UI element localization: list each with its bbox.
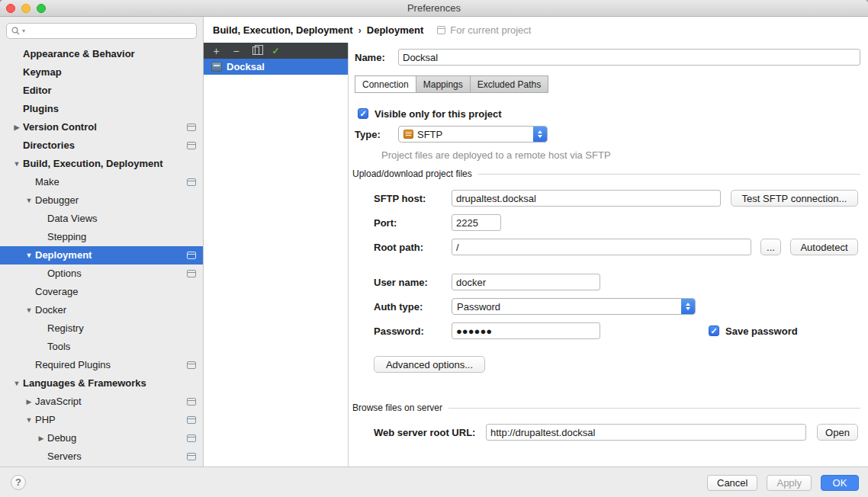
settings-sidebar: ▾ Appearance & BehaviorKeymapEditorPlugi… — [0, 17, 204, 467]
help-button[interactable]: ? — [11, 475, 26, 490]
visible-only-label: Visible only for this project — [375, 108, 502, 120]
sidebar-item-php[interactable]: ▼PHP — [0, 411, 203, 429]
sftp-host-input[interactable] — [452, 190, 721, 207]
sidebar-item-editor[interactable]: Editor — [0, 82, 203, 100]
sidebar-item-label: Deployment — [35, 249, 92, 261]
server-list-item-docksal[interactable]: Docksal — [204, 59, 348, 75]
shared-settings-icon — [187, 453, 196, 460]
sftp-icon — [403, 130, 413, 139]
open-button[interactable]: Open — [817, 424, 858, 441]
name-label: Name: — [355, 52, 398, 63]
chevron-right-icon[interactable]: ▶ — [35, 429, 47, 447]
sidebar-item-plugins[interactable]: Plugins — [0, 100, 203, 118]
user-name-input[interactable] — [452, 274, 600, 290]
chevron-down-icon[interactable]: ▼ — [11, 374, 23, 393]
advanced-options-button[interactable]: Advanced options... — [374, 356, 485, 373]
sidebar-item-build-execution-deployment[interactable]: ▼Build, Execution, Deployment — [0, 155, 203, 173]
sidebar-item-deployment[interactable]: ▼Deployment — [0, 246, 203, 265]
sidebar-item-debugger[interactable]: ▼Debugger — [0, 191, 203, 210]
sidebar-item-options[interactable]: Options — [0, 265, 203, 283]
sidebar-item-label: Debugger — [35, 194, 79, 206]
sidebar-item-directories[interactable]: Directories — [0, 136, 203, 155]
sidebar-item-version-control[interactable]: ▶Version Control — [0, 118, 203, 136]
sidebar-item-data-views[interactable]: Data Views — [0, 210, 203, 228]
root-path-input[interactable] — [452, 239, 751, 255]
tab-connection[interactable]: Connection — [355, 75, 416, 93]
dropdown-stepper-icon — [533, 126, 547, 143]
shared-settings-icon — [187, 270, 196, 277]
deployment-form: Name: ConnectionMappingsExcluded Paths V… — [349, 43, 868, 467]
chevron-right-icon[interactable]: ▶ — [11, 118, 23, 136]
auth-type-select[interactable]: Password — [452, 298, 696, 315]
sidebar-item-servers[interactable]: Servers — [0, 447, 203, 466]
auth-type-label: Auth type: — [374, 301, 452, 313]
name-input[interactable] — [398, 49, 860, 66]
tab-excluded-paths[interactable]: Excluded Paths — [470, 75, 548, 93]
visible-only-checkbox[interactable] — [358, 108, 368, 119]
sidebar-item-tools[interactable]: Tools — [0, 338, 203, 356]
preferences-window: Preferences ▾ Appearance & BehaviorKeyma… — [0, 0, 868, 497]
remove-server-button[interactable]: − — [230, 45, 242, 56]
type-select[interactable]: SFTP — [398, 126, 548, 143]
type-value: SFTP — [417, 129, 533, 140]
sidebar-item-required-plugins[interactable]: Required Plugins — [0, 356, 203, 374]
sidebar-item-label: Build, Execution, Deployment — [23, 158, 162, 169]
web-root-input[interactable] — [486, 424, 806, 441]
root-path-browse-button[interactable]: ... — [760, 239, 781, 255]
search-input[interactable] — [27, 26, 191, 37]
ok-button[interactable]: OK — [821, 475, 859, 491]
add-server-button[interactable]: + — [211, 45, 222, 56]
sidebar-item-keymap[interactable]: Keymap — [0, 63, 203, 82]
chevron-down-icon[interactable]: ▼ — [23, 191, 35, 210]
project-scope-note: For current project — [437, 24, 531, 36]
shared-settings-icon — [187, 361, 196, 369]
settings-panes: + − ✓ Docksal Name: ConnectionMappingsEx… — [204, 43, 868, 467]
password-input[interactable] — [452, 322, 600, 339]
chevron-right-icon[interactable]: ▶ — [23, 393, 35, 411]
upload-section-header: Upload/download project files — [352, 167, 860, 181]
chevron-down-icon[interactable]: ▼ — [23, 246, 35, 265]
sidebar-item-coverage[interactable]: Coverage — [0, 283, 203, 301]
cancel-button[interactable]: Cancel — [707, 475, 757, 491]
copy-icon — [252, 46, 259, 55]
sidebar-item-javascript[interactable]: ▶JavaScript — [0, 393, 203, 411]
use-as-default-button[interactable]: ✓ — [270, 45, 281, 56]
window-body: ▾ Appearance & BehaviorKeymapEditorPlugi… — [0, 17, 868, 467]
chevron-down-icon[interactable]: ▼ — [23, 411, 35, 429]
search-field[interactable]: ▾ — [6, 23, 197, 39]
server-list-toolbar: + − ✓ — [204, 43, 348, 59]
chevron-down-icon[interactable]: ▼ — [11, 155, 23, 173]
shared-settings-icon — [187, 434, 196, 442]
test-sftp-connection-button[interactable]: Test SFTP connection... — [731, 190, 858, 207]
breadcrumb-category[interactable]: Build, Execution, Deployment — [213, 24, 352, 36]
sidebar-item-docker[interactable]: ▼Docker — [0, 301, 203, 319]
sidebar-item-registry[interactable]: Registry — [0, 319, 203, 338]
sidebar-item-stepping[interactable]: Stepping — [0, 228, 203, 246]
breadcrumb-separator: › — [358, 24, 361, 36]
sidebar-item-label: Required Plugins — [35, 359, 111, 370]
autodetect-button[interactable]: Autodetect — [790, 239, 858, 255]
server-list-pane: + − ✓ Docksal — [204, 43, 349, 467]
web-root-label: Web server root URL: — [374, 427, 486, 438]
browse-section-header: Browse files on server — [352, 401, 860, 415]
copy-server-button[interactable] — [250, 45, 262, 56]
shared-settings-icon — [187, 416, 196, 424]
save-password-label: Save password — [725, 325, 798, 337]
password-label: Password: — [374, 325, 452, 337]
sidebar-item-make[interactable]: Make — [0, 173, 203, 191]
save-password-checkbox[interactable] — [709, 325, 719, 336]
type-label: Type: — [355, 129, 398, 140]
search-history-arrow-icon[interactable]: ▾ — [22, 27, 25, 34]
sidebar-item-debug[interactable]: ▶Debug — [0, 429, 203, 447]
tab-mappings[interactable]: Mappings — [416, 75, 471, 93]
sidebar-item-languages-frameworks[interactable]: ▼Languages & Frameworks — [0, 374, 203, 393]
sidebar-item-label: Version Control — [23, 121, 97, 133]
port-input[interactable] — [452, 214, 501, 231]
shared-settings-icon — [187, 178, 196, 186]
sidebar-item-appearance-behavior[interactable]: Appearance & Behavior — [0, 45, 203, 63]
plus-icon: + — [213, 46, 219, 56]
dialog-footer: ? Cancel Apply OK — [0, 467, 868, 497]
sidebar-tree: Appearance & BehaviorKeymapEditorPlugins… — [0, 42, 203, 466]
apply-button[interactable]: Apply — [767, 475, 812, 491]
chevron-down-icon[interactable]: ▼ — [23, 301, 35, 319]
